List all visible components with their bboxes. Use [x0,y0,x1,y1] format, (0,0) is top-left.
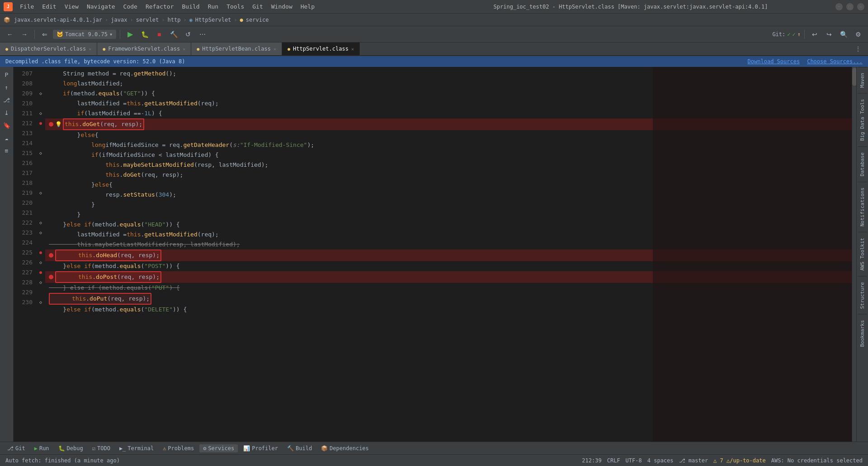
tomcat-selector[interactable]: 🐱 Tomcat 9.0.75 ▾ [53,30,116,39]
right-sidebar-notifications[interactable]: Notifications [858,182,867,232]
tab-close-httpservletbean[interactable]: ✕ [274,47,276,52]
tab-framework[interactable]: ● FrameworkServlet.class ✕ [97,42,191,56]
breadcrumb-servlet[interactable]: servlet [136,17,159,23]
tab-close-dispatcher[interactable]: ✕ [89,47,91,52]
back-button[interactable]: ← [4,28,16,41]
maximize-button[interactable]: □ [846,3,854,10]
menu-run[interactable]: Run [204,2,222,11]
menu-build[interactable]: Build [179,2,203,11]
minimize-button[interactable]: ─ [835,3,843,10]
search-button[interactable]: 🔍 [837,28,850,41]
git-branch[interactable]: ⎇ master [679,457,708,464]
forward-button[interactable]: → [18,28,31,41]
sync-button[interactable]: ↺ [182,28,194,41]
run-icon: ▶ [34,445,38,452]
tab-close-httpservlet[interactable]: ✕ [351,47,354,52]
menu-navigate[interactable]: Navigate [83,2,119,11]
code-line-219: resp.setStatus(304); [45,190,852,200]
tab-label-httpservlet: HttpServlet.class [293,46,349,52]
sidebar-vcs-icon[interactable]: ⎇ [1,94,13,106]
sidebar-commit-icon[interactable]: ↑ [1,81,13,93]
class-icon: ◉ [189,17,193,23]
tab-more-button[interactable]: ⋮ [852,42,864,55]
menu-window[interactable]: Window [268,2,296,11]
bottom-services-button[interactable]: ⚙ Services [199,444,238,452]
gutter-227-breakpoint[interactable]: ● [36,268,45,278]
menu-view[interactable]: View [61,2,82,11]
sidebar-pull-requests-icon[interactable]: ⤓ [1,107,13,118]
sidebar-bookmarks-icon[interactable]: 🔖 [1,119,13,131]
right-sidebar-maven[interactable]: Maven [858,67,867,93]
gutter-212-breakpoint[interactable]: ● [36,118,45,128]
menu-file[interactable]: File [16,2,38,11]
close-button[interactable]: ✕ [857,3,864,10]
sidebar-aws-icon[interactable]: ☁ [1,132,13,144]
breadcrumb-jar[interactable]: javax.servlet-api-4.0.1.jar [14,17,102,23]
stop-button[interactable]: ■ [153,28,165,41]
navigate-back[interactable]: ⇐ [38,28,51,41]
right-sidebar: Maven Big Data Tools Database Notificati… [856,67,868,442]
more-button[interactable]: ⋯ [196,28,209,41]
bottom-dependencies-button[interactable]: 📦 Dependencies [317,444,373,452]
code-editor: 207 208 209 210 211 212 213 214 215 216 … [14,67,852,442]
choose-sources-link[interactable]: Choose Sources... [807,58,863,65]
redbox-225: this.doHead(req, resp); [55,249,161,261]
right-sidebar-bookmarks[interactable]: Bookmarks [858,314,867,353]
bottom-terminal-button[interactable]: ▶_ Terminal [116,444,157,452]
aws-status[interactable]: AWS: No credentials selected [771,457,863,464]
vcs-warnings: △ 7 △/up-to-date [713,457,766,464]
menu-git[interactable]: Git [249,2,266,11]
gutter-225-breakpoint[interactable]: ● [36,248,45,258]
bottom-problems-button[interactable]: ⚠ Problems [159,444,198,452]
undo-button[interactable]: ↩ [808,28,821,41]
menu-edit[interactable]: Edit [38,2,60,11]
bottom-run-button[interactable]: ▶ Run [31,444,53,452]
right-sidebar-database[interactable]: Database [858,146,867,182]
indent-size[interactable]: 4 spaces [647,457,674,464]
bottom-profiler-button[interactable]: 📊 Profiler [240,444,282,452]
line-ending[interactable]: CRLF [607,457,620,464]
download-sources-link[interactable]: Download Sources [748,58,800,65]
settings-button[interactable]: ⚙ [852,28,864,41]
code-area[interactable]: String method = req.getMethod(); long la… [45,67,852,442]
menu-help[interactable]: Help [297,2,318,11]
build-button[interactable]: 🔨 [167,28,180,41]
bottom-build-button[interactable]: 🔨 Build [283,444,316,452]
info-actions: Download Sources Choose Sources... [748,58,863,65]
breadcrumb-service[interactable]: service [246,17,269,23]
file-encoding[interactable]: UTF-8 [626,457,642,464]
code-line-220: } [45,200,852,210]
menu-code[interactable]: Code [120,2,141,11]
method-icon: ● [240,17,243,23]
separator-1 [34,30,35,39]
tab-label-dispatcher: DispatcherServlet.class [11,46,86,52]
right-sidebar-aws-toolkit[interactable]: AWS Toolkit [858,232,867,276]
bottom-debug-button[interactable]: 🐛 Debug [55,444,87,452]
code-line-216: this.maybeSetLastModified(resp, lastModi… [45,160,852,170]
left-sidebar: P ↑ ⎇ ⤓ 🔖 ☁ ≡ [0,67,14,442]
sidebar-structure-icon[interactable]: ≡ [1,145,13,156]
cursor-position[interactable]: 212:39 [582,457,601,464]
scrollbar[interactable] [852,67,856,442]
right-sidebar-big-data-tools[interactable]: Big Data Tools [858,93,867,146]
bottom-git-button[interactable]: ⎇ Git [4,444,29,452]
redo-button[interactable]: ↪ [823,28,835,41]
services-icon: ⚙ [203,445,206,452]
menu-refactor[interactable]: Refactor [142,2,178,11]
tab-httpservletbean[interactable]: ● HttpServletBean.class ✕ [191,42,282,56]
sidebar-project-icon[interactable]: P [1,69,13,80]
bulb-212[interactable]: 💡 [55,119,62,129]
run-button[interactable]: ▶ [124,28,137,41]
code-line-224: this.maybeSetLastModified(resp, lastModi… [45,240,852,249]
tab-httpservlet[interactable]: ● HttpServlet.class ✕ [282,42,360,56]
right-sidebar-structure[interactable]: Structure [858,276,867,315]
debug-button[interactable]: 🐛 [138,28,151,41]
bottom-todo-button[interactable]: ☑ TODO [89,444,114,452]
breadcrumb-http[interactable]: http [167,17,180,23]
bottom-terminal-label: Terminal [127,445,154,452]
breadcrumb-javax[interactable]: javax [111,17,127,23]
breadcrumb-httpservlet[interactable]: HttpServlet [195,17,231,23]
menu-tools[interactable]: Tools [223,2,248,11]
tab-dispatcher[interactable]: ● DispatcherServlet.class ✕ [0,42,97,56]
tab-close-framework[interactable]: ✕ [183,47,185,52]
